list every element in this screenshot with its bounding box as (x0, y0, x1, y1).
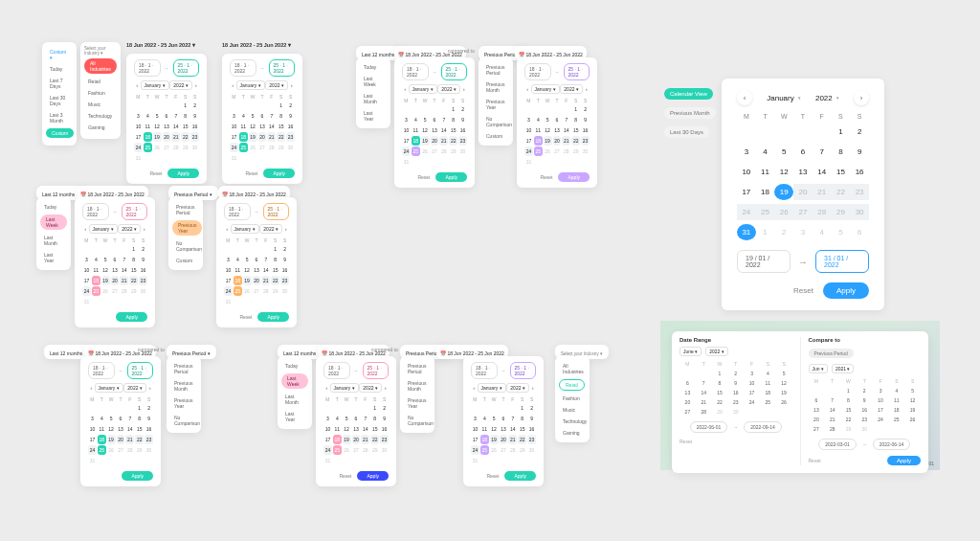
reset-button[interactable]: Reset (793, 286, 813, 295)
industry-item[interactable]: Retail (84, 76, 117, 87)
preset-3m[interactable]: Last 3 Month (46, 109, 73, 126)
side-presets-tiny: Today Last Week Last Month Last Year (356, 57, 390, 128)
month-select[interactable]: January▾ (236, 80, 266, 90)
year-select[interactable]: 2022▾ (265, 80, 288, 90)
calendar-orange-1: 18 · 1 · 2022→25 · 1 · 2022 ‹January▾202… (216, 197, 297, 327)
big-side-presets: Calendar View Previous Month Last 30 Day… (664, 84, 716, 142)
compared-to-label: compared to (448, 48, 475, 54)
month-select[interactable]: January▾ (141, 80, 170, 90)
compare-options: Previous Period Previous Month Previous … (479, 57, 513, 146)
reset-button[interactable]: Reset (149, 170, 162, 176)
calendar-purple-2: 18 · 1 · 2022→25 · 1 · 2022 ‹January▾202… (463, 356, 544, 486)
industry-panel: Select your Industry ▾ All Industries Re… (80, 42, 121, 139)
preset-30d[interactable]: Last 30 Days (46, 92, 73, 109)
apply-button[interactable]: Apply (887, 456, 921, 465)
industry-item[interactable]: Gaming (84, 122, 117, 133)
compare-picker: Date Range June ▾ 2022 ▾ MTWTFSS12345678… (672, 331, 928, 473)
preset-today[interactable]: Today (46, 63, 73, 75)
calendar-te-big: 18 · 1 · 2022→25 · 1 · 2022 ‹January▾202… (80, 356, 161, 486)
from-input[interactable]: 19 / 01 / 2022 (737, 250, 791, 273)
range-title-2[interactable]: 18 Jun 2022 - 25 Jun 2022 ▾ (222, 42, 291, 48)
compare-to-title: Compare to (809, 337, 922, 343)
prev-month-button[interactable]: ‹ (737, 90, 752, 105)
year-select[interactable]: 2022 ▾ (815, 94, 839, 102)
apply-button[interactable]: Apply (167, 169, 199, 178)
arrow-icon: → (798, 257, 808, 267)
next-month-button[interactable]: › (288, 80, 295, 90)
apply-button[interactable]: Apply (263, 169, 295, 178)
calendar-purple-1: 18 · 1 · 2022→25 · 1 · 2022 ‹January▾202… (517, 57, 597, 188)
preset-panel: Custom ▾ Today Last 7 Days Last 30 Days … (42, 42, 77, 146)
industry-item[interactable]: Fashion (84, 87, 117, 99)
year-select[interactable]: 2022▾ (169, 80, 192, 90)
calendar-grid: MTWTFSS123456789101112131415161718192021… (134, 94, 199, 163)
industry-label[interactable]: Select your Industry ▾ (84, 46, 117, 56)
date-range-title: Date Range (679, 337, 792, 343)
big-calendar: Calendar View Previous Month Last 30 Day… (722, 79, 884, 310)
month-select[interactable]: January ▾ (767, 94, 800, 102)
apply-button[interactable]: Apply (823, 282, 869, 299)
industry-item[interactable]: Music (84, 99, 117, 110)
reset-button[interactable]: Reset (245, 170, 257, 176)
preset-custom[interactable]: Custom ▾ (46, 46, 73, 63)
next-month-button[interactable]: › (854, 90, 869, 105)
prev-month-button[interactable]: ‹ (230, 80, 236, 90)
compare-options-orange: Previous Period Previous Year No Compari… (168, 197, 203, 270)
preset-7d[interactable]: Last 7 Days (46, 75, 73, 92)
industry-all-chip[interactable]: All Industries (84, 58, 117, 74)
calendar-pink-1: 18 · 1 · 2022→25 · 1 · 2022 ‹January▾202… (75, 197, 155, 327)
arrow-icon: → (165, 65, 169, 71)
preset-active-chip[interactable]: Custom (46, 128, 74, 138)
from-input[interactable]: 18 · 1 · 2022 (230, 59, 256, 77)
next-month-button[interactable]: › (192, 80, 199, 90)
prev-month-button[interactable]: ‹ (134, 80, 141, 90)
calendar-pink-2: 18 · 1 · 2022→25 · 1 · 2022 ‹January▾202… (316, 356, 396, 486)
calendar-teal-with-purple-end: 18 · 1 · 2022→25 · 1 · 2022 ‹January▾202… (394, 57, 475, 188)
calendar-teal-2: 18 · 1 · 2022 → 25 · 1 · 2022 ‹ January▾… (222, 54, 302, 184)
side-presets-pink: Today Last Week Last Month Last Year (36, 197, 71, 270)
to-input[interactable]: 25 · 1 · 2022 (173, 59, 200, 77)
range-title-1[interactable]: 18 Jun 2022 - 25 Jun 2022 ▾ (126, 42, 195, 48)
industry-item[interactable]: Technology (84, 110, 117, 122)
to-input[interactable]: 25 · 1 · 2022 (269, 59, 296, 77)
calendar-teal-1: 18 · 1 · 2022 → 25 · 1 · 2022 ‹ January▾… (126, 54, 207, 184)
to-input[interactable]: 31 / 01 / 2022 (815, 250, 869, 273)
arrow-icon: → (260, 65, 265, 71)
from-input[interactable]: 18 · 1 · 2022 (134, 59, 161, 77)
big-calendar-grid[interactable]: 1234567891011121314151617181920212223242… (737, 124, 869, 240)
